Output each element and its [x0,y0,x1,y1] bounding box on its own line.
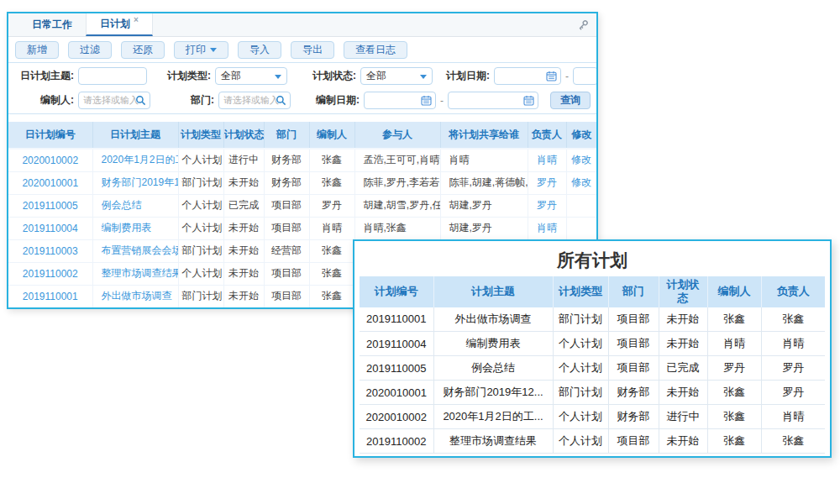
cell-link[interactable]: 整理市场调查结果 [92,262,178,285]
plan-status-select[interactable]: 全部 [360,67,433,85]
calendar-icon[interactable] [523,95,534,106]
table-cell: 财务部 [608,381,659,405]
cell-link[interactable]: 2019110001 [8,285,92,307]
table-cell: 陈菲,胡建,蒋德帧,... [440,171,528,194]
table-cell: 项目部 [264,217,309,239]
subject-input[interactable] [78,67,147,85]
plan-type-select[interactable]: 全部 [215,67,287,85]
calendar-icon[interactable] [421,95,432,106]
cell-link[interactable]: 肖晴 [528,149,566,171]
search-icon[interactable] [276,95,286,106]
cell-link[interactable]: 外出做市场调查 [92,285,178,307]
table-cell: 部门计划 [178,171,223,194]
create-date-label: 编制日期: [309,93,360,108]
cell-link[interactable]: 布置营销展会会场 [92,239,178,262]
view-log-button[interactable]: 查看日志 [344,41,407,59]
table-cell [566,217,596,239]
table-cell: 未开始 [659,332,707,356]
tab-daily-work[interactable]: 日常工作 [18,13,86,36]
table-row: 2019110005例会总结个人计划项目部已完成罗丹罗丹 [360,356,825,381]
table-row: 20200100022020年1月2日的工...个人计划财务部进行中张鑫肖晴 [360,405,825,429]
table-cell: 2019110001 [360,307,433,332]
table-cell: 2020010001 [360,381,433,405]
table-cell: 项目部 [608,307,659,332]
cell-link[interactable]: 2019110005 [8,194,92,217]
cell-link[interactable]: 肖晴 [528,217,566,239]
dept-combo[interactable]: 请选择或输入 [218,92,291,109]
calendar-icon[interactable] [546,71,557,81]
table-cell [566,194,596,217]
plan-date-label: 计划日期: [441,69,490,83]
table-cell: 部门计划 [553,381,608,405]
toolbar: 新增 过滤 还原 打印 导入 导出 查看日志 [8,37,596,62]
table-cell: 2020年1月2日的工... [433,405,553,429]
table-cell: 张鑫 [707,307,761,332]
page-title: 所有计划 [354,241,830,276]
key-icon[interactable] [576,18,590,32]
cell-link[interactable]: 罗丹 [528,194,566,217]
table-cell: 张鑫 [309,239,354,262]
cell-link[interactable]: 编制费用表 [92,217,178,239]
filter-row-2: 编制人: 请选择或输入 部门: 请选择或输入 [8,88,596,113]
cell-link[interactable]: 修改 [566,149,596,171]
cell-link[interactable]: 例会总结 [92,194,178,217]
table-cell: 肖晴 [440,149,528,171]
search-icon[interactable] [135,95,146,106]
query-button[interactable]: 查询 [550,92,591,109]
add-button[interactable]: 新增 [15,41,59,59]
col-header-participants: 参与人 [354,122,440,149]
table-cell: 胡建,胡雪,罗丹,任晓... [354,194,440,217]
close-icon[interactable]: × [134,16,139,24]
table-row: 2020010001财务部门2019年12...部门计划财务部未开始张鑫罗丹 [360,381,825,405]
table-cell: 例会总结 [433,356,553,381]
cell-link[interactable]: 2019110003 [8,239,92,262]
import-button[interactable]: 导入 [238,41,281,59]
cell-link[interactable]: 2020010002 [8,149,92,171]
creator-combo[interactable]: 请选择或输入 [78,92,150,109]
chevron-down-icon [210,48,217,52]
table-cell: 经营部 [264,239,309,262]
col-header-plan-no: 日计划编号 [8,122,92,149]
table-cell: 未开始 [223,217,264,239]
print-button[interactable]: 打印 [174,41,228,59]
col-header-dept: 部门 [264,122,309,149]
table-header-row: 计划编号 计划主题 计划类型 部门 计划状态 编制人 负责人 [360,276,825,307]
table-cell: 编制费用表 [433,332,553,356]
table-cell: 财务部 [608,405,659,429]
plan-date-start-input[interactable] [494,67,561,85]
table-cell: 已完成 [223,194,264,217]
table-cell: 肖晴,张鑫 [354,217,440,239]
tab-daily-plan[interactable]: 日计划 × [86,13,153,36]
col-header-type: 计划类型 [178,122,223,149]
cell-link[interactable]: 罗丹 [528,171,566,194]
col-header-creator: 编制人 [309,122,354,149]
filter-button[interactable]: 过滤 [68,41,112,59]
table-cell: 2020010002 [360,405,433,429]
col-header-dept: 部门 [608,276,659,307]
table-cell: 罗丹 [761,381,825,405]
table-cell: 未开始 [223,171,264,194]
col-header-owner: 负责人 [761,276,825,307]
page: 日常工作 日计划 × 新增 过滤 还原 打印 [0,0,840,504]
table-cell: 部门计划 [553,307,608,332]
chevron-down-icon [420,75,427,79]
plan-date-end-input[interactable] [573,67,598,85]
table-row: 2019110004编制费用表个人计划项目部未开始肖晴肖晴 [360,332,825,356]
restore-button[interactable]: 还原 [121,41,165,59]
table-cell: 项目部 [264,285,309,307]
export-button[interactable]: 导出 [291,41,334,59]
range-dash: - [440,95,444,107]
table-row: 2019110001外出做市场调查部门计划项目部未开始张鑫张鑫 [360,307,825,332]
cell-link[interactable]: 修改 [566,171,596,194]
create-date-end-input[interactable] [448,92,538,109]
table-cell: 个人计划 [553,332,608,356]
table-cell: 张鑫 [309,262,354,285]
create-date-start-input[interactable] [364,92,436,109]
cell-link[interactable]: 2020010001 [8,171,92,194]
cell-link[interactable]: 2020年1月2日的工作日... [92,149,178,171]
cell-link[interactable]: 2019110002 [8,262,92,285]
cell-link[interactable]: 财务部门2019年12月的... [92,171,178,194]
table-row: 2019110005例会总结个人计划已完成项目部罗丹胡建,胡雪,罗丹,任晓...… [8,194,596,217]
cell-link[interactable]: 2019110004 [8,217,92,239]
col-header-type: 计划类型 [553,276,608,307]
